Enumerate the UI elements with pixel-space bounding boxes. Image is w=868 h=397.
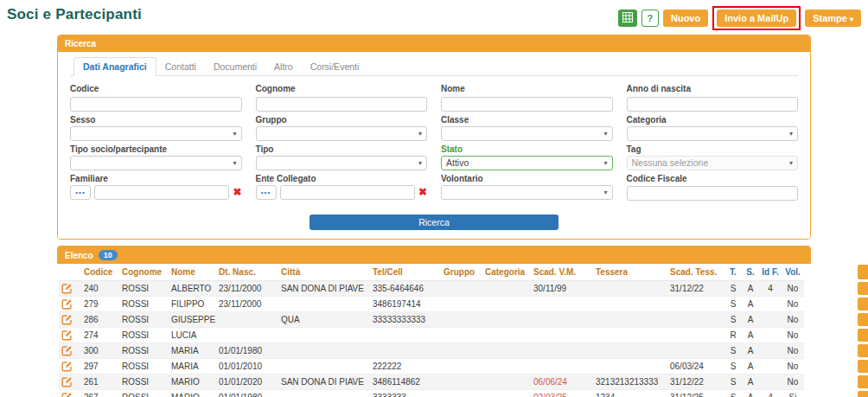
cell-s: A — [742, 328, 759, 343]
row-action-button-fragment[interactable] — [858, 329, 868, 342]
list-panel-title: Elenco — [65, 251, 93, 260]
invio-mailup-button[interactable]: Invio a MailUp — [717, 10, 796, 27]
cell-tel_cell: 335-6464646 — [370, 281, 441, 297]
col-header-gruppo[interactable]: Gruppo — [441, 264, 482, 281]
ente-collegato-clear-icon[interactable]: ✖ — [418, 187, 427, 197]
tab-dati-anagrafici[interactable]: Dati Anagrafici — [73, 57, 156, 76]
search-tabs: Dati AnagraficiContattiDocumentiAltroCor… — [70, 57, 798, 76]
row-action-button-fragment[interactable] — [858, 265, 868, 279]
cell-cognome: ROSSI — [119, 390, 169, 397]
ente-collegato-input[interactable] — [280, 185, 415, 200]
edit-row-icon[interactable] — [61, 283, 73, 294]
col-header-nome[interactable]: Nome — [169, 264, 216, 281]
tab-contatti[interactable]: Contatti — [156, 58, 205, 75]
anno-di-nascita-input[interactable] — [627, 97, 799, 112]
annotation-highlight: Invio a MailUp — [712, 6, 801, 30]
table-row[interactable]: 297ROSSIMARIA01/01/201022222206/03/24SAN… — [59, 359, 804, 375]
cell-s: A — [742, 343, 759, 359]
table-row[interactable]: 274ROSSILUCIARANo — [59, 328, 804, 343]
edit-row-icon[interactable] — [61, 314, 73, 325]
field-tipo-socio: Tipo socio/partecipante ▾ — [70, 144, 242, 170]
col-header-id-f-[interactable]: Id F. — [759, 264, 782, 281]
row-action-button-fragment[interactable] — [858, 282, 868, 295]
col-header-scad-v-m-[interactable]: Scad. V.M. — [531, 264, 593, 281]
table-row[interactable]: 286ROSSIGIUSEPPEQUA33333333333SANo — [59, 312, 804, 328]
cell-nome: MARIO — [169, 375, 216, 390]
col-header-s-[interactable]: S. — [742, 264, 759, 281]
codice-input[interactable] — [70, 97, 242, 112]
edit-row-icon[interactable] — [61, 376, 73, 387]
row-action-button-fragment[interactable] — [858, 375, 868, 388]
caret-down-icon: ▾ — [418, 159, 422, 167]
row-action-button-fragment[interactable] — [858, 360, 868, 373]
cell-nome: FILIPPO — [169, 297, 216, 312]
edit-row-icon[interactable] — [61, 345, 73, 356]
field-cognome: Cognome — [256, 84, 428, 112]
cell-codice: 240 — [81, 281, 119, 297]
edit-row-icon[interactable] — [61, 298, 73, 310]
cell-dt_nasc: 01/01/2020 — [216, 375, 278, 390]
row-action-button-fragment[interactable] — [858, 344, 868, 357]
ricerca-button[interactable]: Ricerca — [310, 215, 558, 230]
table-row[interactable]: 261ROSSIMARIO01/01/2020SAN DONA DI PIAVE… — [59, 375, 804, 390]
classe-select[interactable]: ▾ — [441, 126, 613, 141]
familiare-picker-button[interactable]: ••• — [70, 185, 91, 200]
results-table: CodiceCognomeNomeDt. Nasc.CittàTel/CellG… — [59, 264, 804, 397]
gruppo-select[interactable]: ▾ — [256, 126, 428, 141]
tab-corsi-eventi[interactable]: Corsi/Eventi — [302, 58, 368, 75]
col-header-citt-[interactable]: Città — [278, 264, 370, 281]
edit-row-icon[interactable] — [61, 361, 73, 372]
categoria-select[interactable]: ▾ — [627, 126, 799, 141]
col-header-scad-tess-[interactable]: Scad. Tess. — [667, 264, 724, 281]
cognome-input[interactable] — [256, 97, 428, 112]
help-button[interactable]: ? — [641, 10, 659, 27]
table-row[interactable]: 279ROSSIFILIPPO23/11/20003486197414SANo — [59, 297, 804, 312]
col-header-dt-nasc-[interactable]: Dt. Nasc. — [216, 264, 278, 281]
table-row[interactable]: 300ROSSIMARIA01/01/1980SANo — [59, 343, 804, 359]
sesso-select[interactable]: ▾ — [70, 126, 242, 141]
cell-scad_vm — [531, 328, 593, 343]
col-header-vol-[interactable]: Vol. — [782, 264, 804, 281]
cell-cognome: ROSSI — [119, 328, 169, 343]
col-header-categoria[interactable]: Categoria — [482, 264, 531, 281]
cell-tessera — [593, 343, 667, 359]
tipo-label: Tipo — [256, 144, 428, 154]
familiare-combo: ••• ✖ — [70, 185, 242, 200]
stato-select[interactable]: Attivo▾ — [441, 156, 613, 170]
table-row[interactable]: 240ROSSIALBERTO23/11/2000SAN DONA DI PIA… — [59, 281, 804, 297]
row-action-button-fragment[interactable] — [858, 313, 868, 326]
col-header-cognome[interactable]: Cognome — [119, 264, 169, 281]
tag-select[interactable]: Nessuna selezione▾ — [627, 156, 799, 170]
col-header-tessera[interactable]: Tessera — [593, 264, 667, 281]
tipo-socio-select[interactable]: ▾ — [70, 156, 242, 170]
export-excel-button[interactable] — [618, 10, 637, 27]
cell-s: A — [742, 281, 759, 297]
col-header-codice[interactable]: Codice — [81, 264, 119, 281]
col-header-t-[interactable]: T. — [724, 264, 742, 281]
edit-row-icon[interactable] — [61, 330, 73, 341]
row-action-button-fragment[interactable] — [858, 298, 868, 311]
nome-input[interactable] — [441, 97, 613, 112]
cell-id_f — [759, 343, 782, 359]
caret-down-icon: ▾ — [789, 130, 793, 138]
volontario-select[interactable]: ▾ — [441, 185, 613, 200]
tab-documenti[interactable]: Documenti — [205, 58, 265, 75]
row-action-button-fragment[interactable] — [858, 391, 868, 397]
cell-t: S — [724, 281, 742, 297]
cell-dt_nasc: 01/01/1980 — [216, 390, 278, 397]
tab-altro[interactable]: Altro — [265, 58, 302, 75]
familiare-clear-icon[interactable]: ✖ — [233, 187, 241, 197]
cell-tel_cell: 3486114862 — [370, 375, 441, 390]
cell-categoria — [482, 375, 531, 390]
col-header-edit — [59, 264, 81, 281]
table-row[interactable]: 267ROSSIMARIO01/01/1980333333302/03/2512… — [59, 390, 804, 397]
caret-down-icon: ▾ — [603, 189, 607, 196]
familiare-input[interactable] — [94, 185, 229, 200]
col-header-tel-cell[interactable]: Tel/Cell — [370, 264, 441, 281]
nuovo-button[interactable]: Nuovo — [663, 10, 708, 27]
stampe-button[interactable]: Stampe ▾ — [805, 10, 861, 27]
codice-fiscale-input[interactable] — [627, 186, 799, 201]
ente-collegato-picker-button[interactable]: ••• — [256, 185, 277, 200]
tipo-select[interactable]: ▾ — [256, 156, 428, 170]
edit-row-icon[interactable] — [61, 392, 73, 397]
